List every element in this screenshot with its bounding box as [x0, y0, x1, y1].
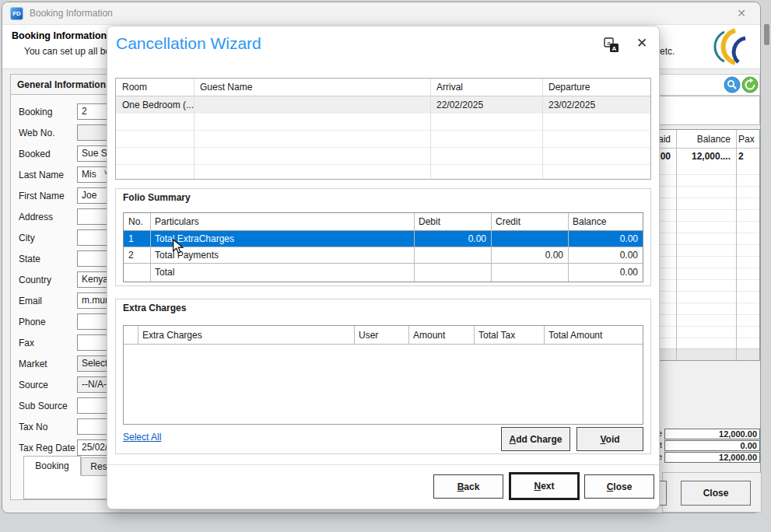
- col-pax: Pax: [734, 134, 759, 145]
- field-label-tax-reg-date: Tax Reg Date: [19, 443, 75, 453]
- search-icon[interactable]: [724, 76, 741, 93]
- col-balance: Balance: [568, 216, 643, 227]
- col-room: Room: [116, 82, 194, 93]
- col-credit: Credit: [491, 216, 568, 227]
- col-extra-charges: Extra Charges: [138, 330, 354, 341]
- folio-row-payments[interactable]: 2 Total Payments 0.00 0.00: [124, 247, 643, 264]
- field-label-web-no: Web No.: [19, 128, 54, 138]
- field-label-market: Market: [19, 359, 47, 369]
- col-departure: Departure: [542, 82, 650, 93]
- field-label-last-name: Last Name: [19, 170, 64, 180]
- rooms-empty-rows: [116, 114, 650, 179]
- col-total-amount: Total Amount: [544, 330, 643, 341]
- select-all-link[interactable]: Select All: [123, 432, 161, 443]
- page-title: Booking Information: [12, 30, 107, 41]
- page-subtitle-tail: etc.: [660, 46, 675, 57]
- next-button[interactable]: Next: [509, 472, 580, 500]
- extra-charges-table: Extra Charges User Amount Total Tax Tota…: [123, 325, 643, 425]
- extra-charges-header: Extra Charges User Amount Total Tax Tota…: [124, 326, 643, 345]
- translate-icon[interactable]: a A: [604, 37, 619, 53]
- window-close-button[interactable]: Close: [681, 481, 751, 506]
- col-total-tax: Total Tax: [474, 330, 544, 341]
- field-label-email: Email: [19, 296, 42, 306]
- rooms-table: Room Guest Name Arrival Departure One Be…: [115, 78, 651, 180]
- folio-table-header: No. Particulars Debit Credit Balance: [124, 213, 643, 231]
- field-label-state: State: [19, 254, 40, 264]
- edge-scrollbar-thumb[interactable]: [764, 24, 769, 45]
- total-balance-value: 12,000.00: [664, 452, 760, 463]
- window-close-icon[interactable]: ✕: [731, 7, 752, 19]
- extra-charges-title: Extra Charges: [123, 303, 186, 313]
- tab-booking[interactable]: Booking: [23, 456, 81, 476]
- total-rate-value: 12,000.00: [664, 429, 760, 439]
- svg-text:A: A: [612, 45, 617, 52]
- field-label-booking: Booking: [19, 107, 52, 117]
- col-guest-name: Guest Name: [194, 82, 430, 93]
- field-label-country: Country: [19, 275, 51, 285]
- field-label-tax-no: Tax No: [19, 422, 47, 432]
- mouse-cursor: [172, 239, 184, 254]
- window-title: Booking Information: [30, 8, 113, 19]
- field-label-sub-source: Sub Source: [19, 401, 68, 411]
- close-button[interactable]: Close: [584, 474, 654, 499]
- page-subtitle: You can set up all bo: [24, 46, 110, 57]
- field-label-source: Source: [19, 380, 48, 390]
- window-titlebar: FD Booking Information ✕: [2, 2, 760, 24]
- cancellation-wizard-dialog: Cancellation Wizard a A ✕ Room Guest Nam…: [107, 26, 660, 509]
- col-arrival: Arrival: [430, 82, 542, 93]
- footer-divider: [107, 464, 659, 465]
- room-row[interactable]: One Bedroom (... 22/02/2025 23/02/2025: [116, 96, 650, 114]
- col-particulars: Particulars: [150, 216, 414, 227]
- col-user: User: [354, 330, 408, 341]
- void-button[interactable]: Void: [576, 427, 643, 451]
- field-label-address: Address: [19, 212, 53, 222]
- extra-charges-group: Extra Charges Extra Charges User Amount …: [115, 299, 651, 454]
- dialog-close-icon[interactable]: ✕: [636, 35, 647, 51]
- desktop: FD Booking Information ✕ Booking Informa…: [0, 0, 771, 532]
- brand-logo-icon: [712, 27, 752, 66]
- folio-row-total[interactable]: Total 0.00: [124, 264, 643, 280]
- col-amount: Amount: [408, 330, 474, 341]
- folio-summary-title: Folio Summary: [123, 192, 191, 203]
- col-balance: Balance: [675, 134, 734, 145]
- col-no: No.: [124, 216, 150, 227]
- app-icon: FD: [10, 7, 23, 20]
- field-label-city: City: [19, 233, 35, 243]
- field-label-phone: Phone: [19, 317, 46, 327]
- total-amount-value: 0.00: [664, 440, 760, 451]
- folio-row-extra-charges[interactable]: 1 Total ExtraCharges 0.00 0.00: [124, 231, 643, 247]
- back-button[interactable]: Back: [433, 474, 503, 499]
- add-charge-button[interactable]: Add Charge: [501, 427, 570, 451]
- field-label-booked: Booked: [19, 149, 51, 159]
- dialog-title: Cancellation Wizard: [116, 34, 261, 53]
- col-debit: Debit: [414, 216, 491, 227]
- refresh-icon[interactable]: [741, 76, 759, 93]
- field-label-first-name: First Name: [19, 191, 65, 201]
- field-label-fax: Fax: [19, 338, 34, 348]
- rooms-table-header: Room Guest Name Arrival Departure: [116, 79, 650, 96]
- folio-table: No. Particulars Debit Credit Balance 1 T…: [123, 212, 643, 282]
- folio-summary-group: Folio Summary No. Particulars Debit Cred…: [115, 188, 651, 286]
